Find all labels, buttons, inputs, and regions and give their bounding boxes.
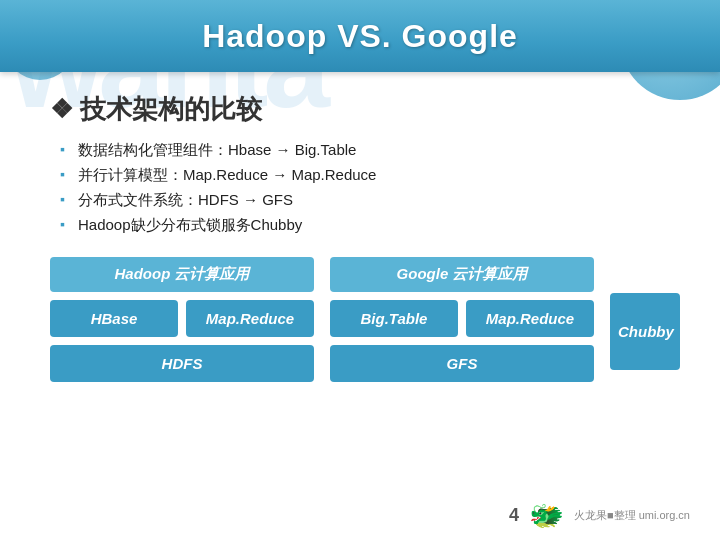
footer-logo: 火龙果■整理 umi.org.cn bbox=[574, 508, 690, 523]
bigtable-box: Big.Table bbox=[330, 300, 458, 337]
google-top-row: Big.Table Map.Reduce bbox=[330, 300, 594, 337]
list-item: 数据结构化管理组件：Hbase → Big.Table bbox=[60, 141, 680, 160]
chubby-box: Chubby bbox=[610, 293, 680, 370]
google-header-box: Google 云计算应用 bbox=[330, 257, 594, 292]
bullet-list: 数据结构化管理组件：Hbase → Big.Table 并行计算模型：Map.R… bbox=[60, 141, 680, 235]
header-bar: Hadoop VS. Google bbox=[0, 0, 720, 72]
section-title-text: ❖ 技术架构的比较 bbox=[50, 92, 262, 127]
mapreduce-hadoop-box: Map.Reduce bbox=[186, 300, 314, 337]
page-title: Hadoop VS. Google bbox=[202, 18, 518, 55]
chubby-col: Chubby bbox=[610, 293, 680, 370]
page-number: 4 bbox=[509, 505, 519, 526]
main-content: ❖ 技术架构的比较 数据结构化管理组件：Hbase → Big.Table 并行… bbox=[0, 72, 720, 400]
list-item: 并行计算模型：Map.Reduce → Map.Reduce bbox=[60, 166, 680, 185]
hbase-box: HBase bbox=[50, 300, 178, 337]
hdfs-box: HDFS bbox=[50, 345, 314, 382]
google-bottom-row: GFS bbox=[330, 345, 594, 382]
hadoop-bottom-row: HDFS bbox=[50, 345, 314, 382]
list-item: Hadoop缺少分布式锁服务Chubby bbox=[60, 216, 680, 235]
gfs-box: GFS bbox=[330, 345, 594, 382]
comparison-diagram: Hadoop 云计算应用 HBase Map.Reduce HDFS Googl… bbox=[50, 257, 680, 390]
hadoop-side: Hadoop 云计算应用 HBase Map.Reduce HDFS bbox=[50, 257, 314, 390]
google-side: Google 云计算应用 Big.Table Map.Reduce GFS bbox=[330, 257, 594, 390]
mapreduce-google-box: Map.Reduce bbox=[466, 300, 594, 337]
footer-icon: 🐲 bbox=[529, 499, 564, 532]
list-item: 分布式文件系统：HDFS → GFS bbox=[60, 191, 680, 210]
hadoop-header-box: Hadoop 云计算应用 bbox=[50, 257, 314, 292]
hadoop-top-row: HBase Map.Reduce bbox=[50, 300, 314, 337]
footer: 4 🐲 火龙果■整理 umi.org.cn bbox=[509, 499, 690, 532]
section-title: ❖ 技术架构的比较 bbox=[50, 92, 680, 127]
